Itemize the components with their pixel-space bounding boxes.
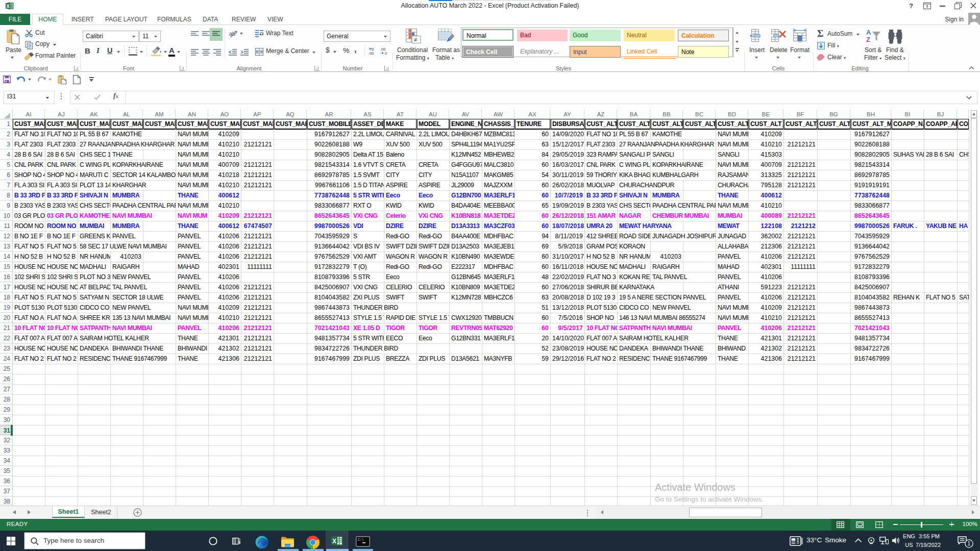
- svg-text:A: A: [866, 29, 871, 36]
- svg-text:Z: Z: [866, 36, 870, 43]
- svg-text:1: 1: [968, 540, 971, 546]
- svg-text:.00: .00: [369, 51, 374, 55]
- svg-text:.0: .0: [384, 51, 387, 55]
- svg-text:C:\: C:\: [358, 538, 364, 542]
- svg-text:X: X: [332, 538, 336, 545]
- svg-text:≠: ≠: [414, 36, 418, 43]
